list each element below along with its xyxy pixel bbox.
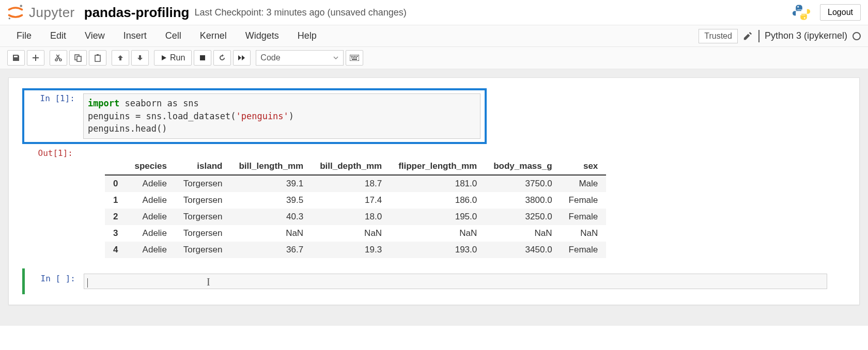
ibeam-cursor-icon: I xyxy=(207,276,210,288)
svg-rect-13 xyxy=(352,56,353,57)
table-cell: 19.3 xyxy=(312,242,390,258)
table-cell: 18.0 xyxy=(312,209,390,225)
svg-rect-10 xyxy=(200,55,205,60)
table-cell: 36.7 xyxy=(230,242,312,258)
code-editor-empty[interactable]: I xyxy=(84,274,827,289)
command-palette-button[interactable] xyxy=(346,50,363,66)
in-prompt-empty: In [ ]: xyxy=(25,274,82,283)
table-cell: Female xyxy=(561,192,607,209)
notebook: In [1]: import seaborn as sns penguins =… xyxy=(8,77,860,305)
col-bill-length: bill_length_mm xyxy=(230,158,312,175)
table-cell: Adelie xyxy=(126,209,175,225)
col-sex: sex xyxy=(561,158,607,175)
table-cell: 3750.0 xyxy=(485,175,560,192)
kernel-name[interactable]: Python 3 (ipykernel) xyxy=(765,30,847,41)
table-cell: Female xyxy=(561,209,607,225)
table-cell: 39.1 xyxy=(230,175,312,192)
row-index: 2 xyxy=(105,209,126,225)
out-prompt: Out[1]: xyxy=(22,148,79,158)
output-area: Out[1]: xyxy=(22,148,846,158)
add-cell-button[interactable] xyxy=(27,50,44,66)
table-cell: Female xyxy=(561,242,607,258)
col-body-mass: body_mass_g xyxy=(485,158,560,175)
table-cell: Torgersen xyxy=(175,242,231,258)
table-cell: Torgersen xyxy=(175,192,231,209)
row-index: 0 xyxy=(105,175,126,192)
kernel-separator xyxy=(758,30,760,42)
menu-insert[interactable]: Insert xyxy=(114,25,156,46)
svg-rect-16 xyxy=(357,56,358,57)
toolbar: Run Code xyxy=(0,47,868,69)
in-prompt: In [1]: xyxy=(24,93,81,103)
svg-rect-12 xyxy=(351,56,352,57)
code-cell-1[interactable]: In [1]: import seaborn as sns penguins =… xyxy=(22,88,846,144)
run-label: Run xyxy=(170,53,185,62)
table-cell: Torgersen xyxy=(175,209,231,225)
interrupt-button[interactable] xyxy=(194,50,211,66)
svg-rect-8 xyxy=(95,55,100,61)
restart-run-all-button[interactable] xyxy=(233,50,251,66)
notebook-container: In [1]: import seaborn as sns penguins =… xyxy=(0,69,868,326)
pencil-icon[interactable] xyxy=(743,31,752,41)
menu-file[interactable]: File xyxy=(7,25,41,46)
svg-rect-9 xyxy=(97,54,99,56)
trusted-badge[interactable]: Trusted xyxy=(699,29,738,43)
copy-button[interactable] xyxy=(69,50,87,66)
code-cell-2[interactable]: In [ ]: I xyxy=(22,268,846,294)
svg-point-3 xyxy=(804,17,805,19)
notebook-title[interactable]: pandas-profiling xyxy=(84,5,190,21)
save-button[interactable] xyxy=(7,50,25,66)
table-cell: 3250.0 xyxy=(485,209,560,225)
col-flipper-length: flipper_length_mm xyxy=(390,158,485,175)
cell-type-select[interactable]: Code xyxy=(256,50,344,66)
text-cursor xyxy=(87,278,88,288)
table-cell: Torgersen xyxy=(175,175,231,192)
table-cell: 181.0 xyxy=(390,175,485,192)
menu-view[interactable]: View xyxy=(75,25,114,46)
cut-button[interactable] xyxy=(50,50,67,66)
table-header-row: species island bill_length_mm bill_depth… xyxy=(105,158,606,175)
logout-button[interactable]: Logout xyxy=(820,4,861,21)
menu-help[interactable]: Help xyxy=(288,25,326,46)
code-editor[interactable]: import seaborn as sns penguins = sns.loa… xyxy=(83,93,481,139)
col-species: species xyxy=(126,158,175,175)
menu-kernel[interactable]: Kernel xyxy=(191,25,236,46)
table-cell: 39.5 xyxy=(230,192,312,209)
paste-button[interactable] xyxy=(89,50,106,66)
table-cell: Adelie xyxy=(126,242,175,258)
svg-point-2 xyxy=(797,6,799,8)
dataframe-output: species island bill_length_mm bill_depth… xyxy=(105,158,606,258)
table-row: 1AdelieTorgersen39.517.4186.03800.0Femal… xyxy=(105,192,606,209)
checkpoint-text: Last Checkpoint: 3 minutes ago (unsaved … xyxy=(194,7,406,18)
kernel-status-icon xyxy=(853,32,861,40)
svg-rect-19 xyxy=(354,57,355,58)
menu-edit[interactable]: Edit xyxy=(41,25,75,46)
table-cell: NaN xyxy=(312,225,390,242)
chevron-down-icon xyxy=(333,55,339,61)
menu-cell[interactable]: Cell xyxy=(156,25,191,46)
svg-point-1 xyxy=(9,18,11,20)
table-cell: 3800.0 xyxy=(485,192,560,209)
table-cell: Adelie xyxy=(126,192,175,209)
run-button[interactable]: Run xyxy=(154,50,192,66)
jupyter-logo-icon xyxy=(6,3,25,22)
cell-highlight: In [1]: import seaborn as sns penguins =… xyxy=(22,88,487,144)
svg-rect-14 xyxy=(354,56,355,57)
svg-rect-7 xyxy=(77,56,81,61)
col-island: island xyxy=(175,158,231,175)
menu-widgets[interactable]: Widgets xyxy=(236,25,288,46)
table-cell: Adelie xyxy=(126,225,175,242)
table-cell: 193.0 xyxy=(390,242,485,258)
move-down-button[interactable] xyxy=(131,50,149,66)
table-cell: NaN xyxy=(230,225,312,242)
svg-rect-17 xyxy=(351,57,352,58)
table-cell: Male xyxy=(561,175,607,192)
svg-point-0 xyxy=(20,5,23,7)
python-logo-icon xyxy=(792,3,811,22)
move-up-button[interactable] xyxy=(112,50,129,66)
row-index: 3 xyxy=(105,225,126,242)
restart-button[interactable] xyxy=(213,50,231,66)
table-cell: NaN xyxy=(561,225,607,242)
table-cell: 17.4 xyxy=(312,192,390,209)
table-cell: 3450.0 xyxy=(485,242,560,258)
